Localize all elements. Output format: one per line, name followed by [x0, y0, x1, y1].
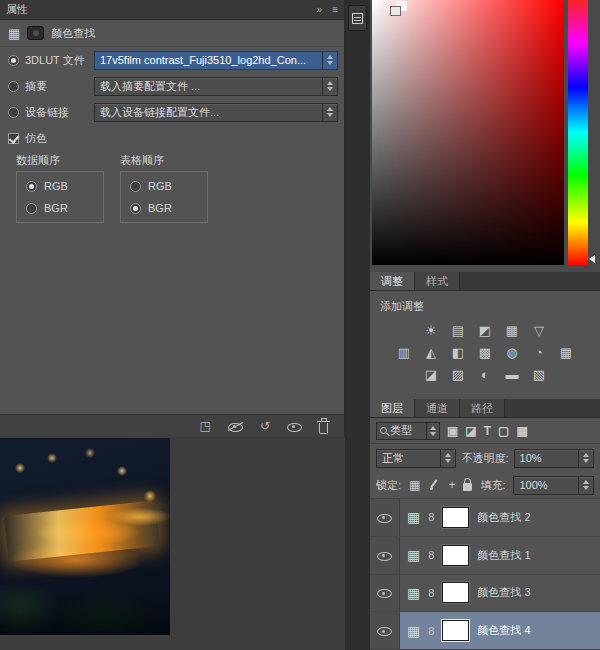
exposure-icon[interactable]: ▦: [501, 320, 523, 340]
visibility-eye-icon[interactable]: [377, 512, 392, 523]
3dlut-radio[interactable]: [8, 55, 19, 66]
layer-name[interactable]: 颜色查找 3: [477, 585, 530, 600]
eye-cell[interactable]: [370, 499, 400, 536]
stepper-icon[interactable]: [578, 450, 593, 467]
mask-link-icon[interactable]: 8: [428, 511, 434, 523]
stepper-icon[interactable]: [322, 52, 337, 69]
fill-input[interactable]: 100%: [513, 476, 594, 495]
color-lookup-thumbnail-icon[interactable]: ▦: [407, 624, 420, 638]
filter-kind-select[interactable]: 类型: [376, 422, 440, 440]
layer-row[interactable]: ▦ 8 颜色查找 2: [370, 499, 600, 537]
visibility-eye-icon[interactable]: [377, 625, 392, 636]
view-previous-state-icon[interactable]: [228, 421, 243, 432]
3dlut-file-select[interactable]: 17v5film contrast_Fuji3510_log2hd_Con...: [94, 51, 338, 70]
layer-mask-thumbnail[interactable]: [442, 507, 469, 528]
saturation-brightness-field[interactable]: [372, 0, 564, 265]
gradient-map-icon[interactable]: ◐: [474, 364, 496, 384]
color-balance-icon[interactable]: ◭: [420, 342, 442, 362]
smart-object-layers-filter-icon[interactable]: ▦: [516, 424, 527, 438]
lock-transparency-icon[interactable]: ▦: [409, 479, 420, 491]
data-order-bgr-option[interactable]: BGR: [26, 202, 94, 214]
layer-row[interactable]: ▦ 8 颜色查找 1: [370, 537, 600, 575]
eye-cell[interactable]: [370, 537, 400, 574]
clip-to-layer-icon[interactable]: ◳: [200, 420, 211, 432]
visibility-eye-icon[interactable]: [377, 587, 392, 598]
stepper-icon[interactable]: [322, 78, 337, 95]
tab-channels[interactable]: 通道: [415, 399, 460, 417]
dither-checkbox[interactable]: [8, 133, 19, 144]
visibility-icon[interactable]: [287, 421, 302, 432]
layer-name[interactable]: 颜色查找 4: [477, 623, 530, 638]
hue-slider-marker[interactable]: [589, 255, 595, 263]
properties-panel-title: 属性: [6, 2, 28, 17]
rgb-radio[interactable]: [26, 181, 37, 192]
photo-filter-icon[interactable]: ▩: [474, 342, 496, 362]
tab-adjustments[interactable]: 调整: [370, 272, 415, 290]
layer-row-selected[interactable]: ▦ 8 颜色查找 4: [370, 612, 600, 650]
levels-icon[interactable]: ▤: [447, 320, 469, 340]
color-lookup-thumbnail-icon[interactable]: ▦: [407, 548, 420, 562]
abstract-profile-select[interactable]: 载入摘要配置文件 ...: [94, 77, 338, 96]
posterize-icon[interactable]: ◪: [420, 364, 442, 384]
layer-row[interactable]: ▦ 8 颜色查找 3: [370, 575, 600, 613]
tab-paths[interactable]: 路径: [460, 399, 505, 417]
invert-icon[interactable]: ▦: [555, 342, 577, 362]
mask-link-icon[interactable]: 8: [428, 625, 434, 637]
stepper-icon[interactable]: [578, 477, 593, 494]
mask-link-icon[interactable]: 8: [428, 587, 434, 599]
eye-cell[interactable]: [370, 612, 400, 649]
hue-slider[interactable]: [568, 0, 588, 265]
stepper-icon[interactable]: [440, 450, 455, 467]
curves-icon[interactable]: ◩: [474, 320, 496, 340]
layer-mask-icon[interactable]: [27, 26, 44, 40]
eye-cell[interactable]: [370, 575, 400, 612]
opacity-input[interactable]: 10%: [514, 449, 594, 468]
color-lookup-thumbnail-icon[interactable]: ▦: [407, 586, 420, 600]
layer-name[interactable]: 颜色查找 1: [477, 548, 530, 563]
device-link-profile-select[interactable]: 载入设备链接配置文件...: [94, 103, 338, 122]
brightness-contrast-icon[interactable]: ☀: [420, 320, 442, 340]
type-layers-filter-icon[interactable]: T: [484, 424, 491, 438]
layer-mask-thumbnail[interactable]: [442, 620, 469, 641]
bgr-radio[interactable]: [26, 203, 37, 214]
color-lookup-thumbnail-icon[interactable]: ▦: [407, 510, 420, 524]
abstract-radio[interactable]: [8, 81, 19, 92]
adjustments-panel: 添加调整 ☀ ▤ ◩ ▦ ▽ ▥ ◭ ◧ ▩ ◍ ◔ ▦ ◪ ▨ ◐ ▬: [370, 291, 600, 399]
black-white-icon[interactable]: ◧: [447, 342, 469, 362]
blend-mode-select[interactable]: 正常: [376, 449, 456, 468]
layer-name[interactable]: 颜色查找 2: [477, 510, 530, 525]
mask-link-icon[interactable]: 8: [428, 549, 434, 561]
layer-mask-thumbnail[interactable]: [442, 582, 469, 603]
data-order-rgb-option[interactable]: RGB: [26, 180, 94, 192]
channel-mixer-icon[interactable]: ◍: [501, 342, 523, 362]
shape-layers-filter-icon[interactable]: ▢: [498, 424, 509, 438]
reset-icon[interactable]: ↺: [260, 420, 270, 432]
visibility-eye-icon[interactable]: [377, 550, 392, 561]
stepper-icon[interactable]: [322, 104, 337, 121]
selective-color-icon[interactable]: ▬: [501, 364, 523, 384]
hue-saturation-icon[interactable]: ▥: [393, 342, 415, 362]
collapsed-panel-button[interactable]: [348, 5, 367, 31]
table-order-rgb-option[interactable]: RGB: [130, 180, 198, 192]
layer-mask-thumbnail[interactable]: [442, 545, 469, 566]
pixel-layers-filter-icon[interactable]: ▣: [447, 424, 458, 438]
bgr-radio[interactable]: [130, 203, 141, 214]
delete-adjustment-icon[interactable]: [319, 423, 328, 434]
stepper-icon[interactable]: [426, 423, 439, 439]
tab-layers[interactable]: 图层: [370, 399, 415, 417]
lock-position-icon[interactable]: +: [448, 479, 455, 491]
vibrance-icon[interactable]: ▽: [528, 320, 550, 340]
fill-color-icon[interactable]: ▧: [528, 364, 550, 384]
rgb-radio[interactable]: [130, 181, 141, 192]
lock-pixels-icon[interactable]: [428, 479, 440, 491]
device-link-radio[interactable]: [8, 107, 19, 118]
adjustment-layers-filter-icon[interactable]: ◪: [465, 424, 476, 438]
panel-menu-icon[interactable]: ≡: [332, 4, 338, 15]
document-canvas-thumbnail[interactable]: [0, 438, 170, 635]
lock-all-icon[interactable]: [463, 483, 472, 491]
tab-styles[interactable]: 样式: [415, 272, 460, 290]
collapse-panel-icon[interactable]: »: [317, 4, 323, 15]
color-lookup-adjustment-icon[interactable]: ◔: [528, 342, 550, 362]
table-order-bgr-option[interactable]: BGR: [130, 202, 198, 214]
threshold-icon[interactable]: ▨: [447, 364, 469, 384]
